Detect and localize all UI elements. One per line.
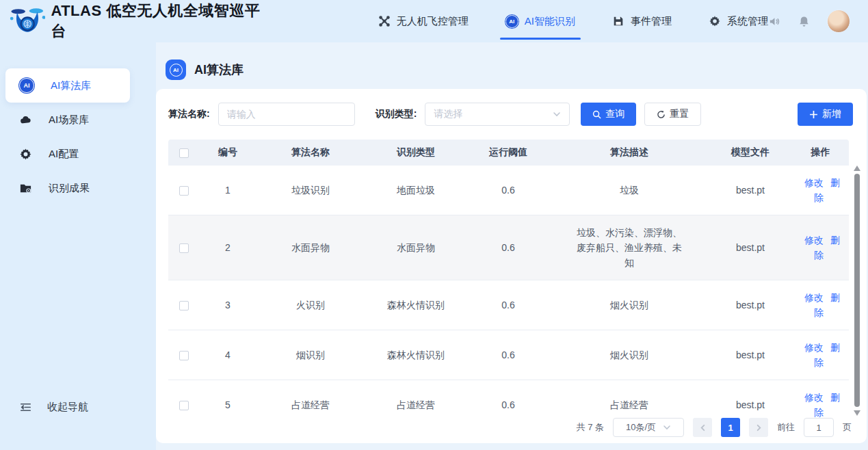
scrollbar-down-arrow[interactable] (854, 410, 860, 416)
recognition-type-label: 识别类型: (376, 108, 417, 120)
sidebar-item-ai-scenes[interactable]: AI场景库 (0, 103, 156, 137)
row-checkbox[interactable] (179, 186, 189, 196)
sidebar: AI AI算法库 AI场景库 AI配置 识别成果 收起导航 (0, 42, 156, 450)
column-header: 操作 (792, 140, 849, 166)
recognition-type-select[interactable]: 请选择 (425, 103, 570, 126)
prev-page-button[interactable] (693, 418, 712, 437)
cell-desc: 垃圾、水污染、漂浮物、废弃船只、渔业养殖、未知 (550, 215, 709, 280)
row-checkbox[interactable] (179, 243, 189, 253)
add-button[interactable]: 新增 (798, 103, 853, 126)
app-logo: ATLAS 低空无人机全域智巡平台 (0, 1, 269, 42)
table-body-scroll[interactable]: 1垃圾识别地面垃圾0.6垃圾best.pt修改删除2水面异物水面异物0.6垃圾、… (168, 166, 849, 417)
drone-icon (378, 15, 391, 27)
table-row: 2水面异物水面异物0.6垃圾、水污染、漂浮物、废弃船只、渔业养殖、未知best.… (168, 215, 849, 280)
drone-logo-icon (10, 5, 45, 37)
edit-link[interactable]: 修改 (804, 342, 824, 353)
cell-desc: 烟火识别 (550, 280, 709, 330)
edit-link[interactable]: 修改 (804, 392, 824, 403)
goto-page-input[interactable] (804, 418, 834, 437)
search-icon (592, 110, 601, 119)
scrollbar-thumb[interactable] (854, 174, 860, 407)
sidebar-item-label: AI场景库 (49, 114, 89, 127)
pagination: 共 7 条 10条/页 1 前往 页 (577, 418, 852, 437)
cell-type: 占道经营 (365, 380, 466, 418)
page-header: AI AI算法库 (156, 42, 868, 80)
table-row: 1垃圾识别地面垃圾0.6垃圾best.pt修改删除 (168, 166, 849, 215)
cell-threshold: 0.6 (466, 215, 550, 280)
search-button[interactable]: 查询 (581, 103, 636, 126)
tab-ai-recognition[interactable]: AI AI智能识别 (505, 0, 575, 42)
sidebar-item-recognition-results[interactable]: 识别成果 (0, 171, 156, 205)
refresh-icon (657, 110, 666, 119)
total-count: 共 7 条 (577, 421, 604, 434)
cell-actions: 修改删除 (792, 166, 849, 215)
tab-event-management[interactable]: 事件管理 (612, 0, 672, 42)
edit-link[interactable]: 修改 (804, 235, 824, 246)
page-size-select[interactable]: 10条/页 (613, 418, 684, 437)
ai-badge-icon: AI (166, 59, 186, 80)
sidebar-item-ai-algorithms[interactable]: AI AI算法库 (5, 68, 130, 103)
chevron-down-icon (553, 110, 561, 118)
tab-flight-control[interactable]: 无人机飞控管理 (378, 0, 469, 42)
collapse-nav-icon (19, 401, 32, 414)
edit-link[interactable]: 修改 (804, 292, 824, 303)
user-avatar[interactable] (827, 10, 850, 33)
current-page-button[interactable]: 1 (721, 418, 740, 437)
column-header: 编号 (200, 140, 256, 166)
cell-name: 水面异物 (256, 215, 365, 280)
main-content: AI AI算法库 算法名称: 识别类型: 请选择 查询 (156, 42, 868, 450)
bell-icon[interactable] (798, 15, 811, 28)
table-row: 3火识别森林火情识别0.6烟火识别best.pt修改删除 (168, 280, 849, 330)
content-card: 算法名称: 识别类型: 请选择 查询 重置 (156, 89, 867, 443)
tab-system-management[interactable]: 系统管理 (709, 0, 768, 42)
speaker-icon[interactable] (768, 15, 781, 28)
tab-label: 无人机飞控管理 (397, 15, 469, 28)
header-actions (768, 10, 868, 33)
cell-desc: 占道经营 (550, 380, 709, 418)
folder-icon (19, 182, 32, 195)
next-page-button[interactable] (749, 418, 768, 437)
algorithm-name-label: 算法名称: (168, 108, 210, 120)
sidebar-item-ai-config[interactable]: AI配置 (0, 137, 156, 171)
cell-threshold: 0.6 (466, 166, 550, 215)
cell-actions: 修改删除 (792, 215, 849, 280)
scrollbar-up-arrow[interactable] (854, 166, 860, 171)
cell-type: 地面垃圾 (365, 166, 466, 215)
cell-threshold: 0.6 (466, 380, 550, 418)
row-checkbox[interactable] (179, 401, 189, 410)
table-header-row: 编号 算法名称 识别类型 运行阈值 算法描述 模型文件 操作 (168, 140, 849, 166)
column-header: 运行阈值 (466, 140, 550, 166)
tab-label: 系统管理 (727, 15, 768, 28)
cell-id: 3 (200, 280, 256, 330)
cell-id: 5 (200, 380, 256, 418)
row-checkbox[interactable] (179, 351, 189, 360)
cell-model: best.pt (709, 215, 792, 280)
select-placeholder: 请选择 (434, 108, 462, 120)
cell-model: best.pt (709, 330, 792, 380)
cell-name: 火识别 (256, 280, 365, 330)
cell-model: best.pt (709, 280, 792, 330)
sidebar-item-label: 识别成果 (49, 182, 90, 195)
cell-actions: 修改删除 (792, 280, 849, 330)
collapse-nav-button[interactable]: 收起导航 (0, 393, 156, 421)
table-row: 5占道经营占道经营0.6占道经营best.pt修改删除 (168, 380, 849, 418)
goto-label: 前往 (777, 421, 795, 434)
reset-button[interactable]: 重置 (644, 103, 701, 126)
column-header: 算法描述 (550, 140, 709, 166)
top-header: ATLAS 低空无人机全域智巡平台 无人机飞控管理 AI AI智能识别 事件管理 (0, 0, 868, 42)
column-header: 识别类型 (365, 140, 466, 166)
cell-type: 森林火情识别 (365, 330, 466, 380)
algorithm-name-input[interactable] (218, 103, 355, 126)
app-title: ATLAS 低空无人机全域智巡平台 (51, 1, 268, 42)
column-header: 算法名称 (256, 140, 365, 166)
row-checkbox[interactable] (179, 301, 189, 310)
column-header: 模型文件 (709, 140, 792, 166)
select-all-checkbox[interactable] (179, 148, 189, 158)
table-row: 4烟识别森林火情识别0.6烟火识别best.pt修改删除 (168, 330, 849, 380)
cell-type: 水面异物 (365, 215, 466, 280)
edit-link[interactable]: 修改 (804, 177, 824, 188)
cell-actions: 修改删除 (792, 330, 849, 380)
table-scrollbar[interactable] (854, 166, 860, 417)
collapse-nav-label: 收起导航 (47, 401, 88, 414)
tab-label: AI智能识别 (525, 15, 575, 28)
